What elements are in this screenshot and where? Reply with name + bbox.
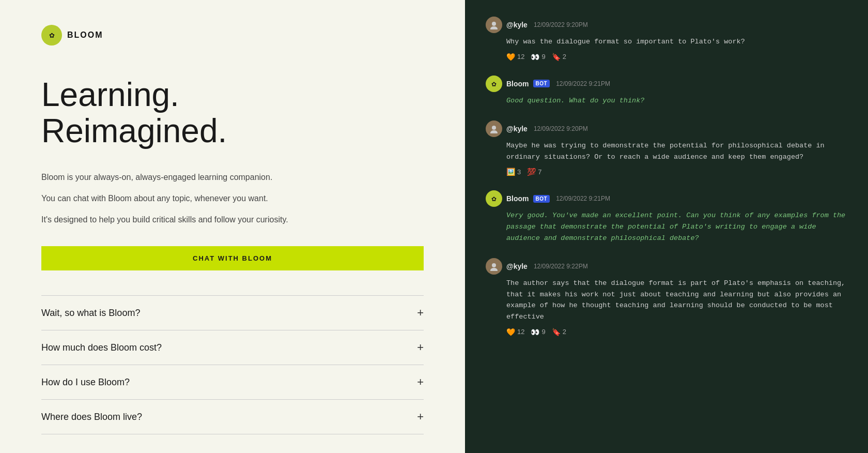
right-panel: @kyle 12/09/2022 9:20PM Why was the dial… — [465, 0, 868, 453]
svg-point-2 — [492, 22, 496, 26]
reactions-msg1: 🧡12👀9🔖2 — [486, 53, 847, 61]
timestamp-msg2: 12/09/2022 9:21PM — [556, 80, 610, 87]
avatar-msg1 — [486, 17, 502, 33]
reactions-msg3: 🖼️3💯7 — [486, 168, 847, 176]
chat-message-msg5: @kyle 12/09/2022 9:22PM The author says … — [486, 258, 847, 336]
faq-expand-icon-2: + — [417, 375, 424, 389]
timestamp-msg3: 12/09/2022 9:20PM — [534, 125, 588, 132]
svg-point-3 — [490, 26, 498, 29]
faq-question-2: How do I use Bloom? — [41, 377, 130, 388]
svg-point-6 — [490, 130, 498, 133]
chat-message-msg2: ✿ Bloom BOT 12/09/2022 9:21PM Good quest… — [486, 76, 847, 107]
bloom-logo-icon: ✿ — [41, 25, 62, 46]
description-2: You can chat with Bloom about any topic,… — [41, 191, 424, 205]
message-header-msg5: @kyle 12/09/2022 9:22PM — [486, 258, 847, 275]
bot-badge: BOT — [533, 195, 550, 203]
timestamp-msg1: 12/09/2022 9:20PM — [534, 21, 588, 28]
avatar-msg3 — [486, 120, 502, 137]
faq-item-2[interactable]: How do I use Bloom? + — [41, 365, 424, 399]
message-body-msg2: Good question. What do you think? — [486, 95, 847, 107]
username-msg5: @kyle — [506, 262, 528, 270]
chat-with-bloom-button[interactable]: CHAT WITH BLOOM — [41, 246, 424, 270]
message-header-msg3: @kyle 12/09/2022 9:20PM — [486, 120, 847, 137]
reaction-2: 🔖2 — [552, 53, 566, 61]
username-msg3: @kyle — [506, 125, 528, 133]
reaction-1: 👀9 — [531, 53, 545, 61]
message-header-msg2: ✿ Bloom BOT 12/09/2022 9:21PM — [486, 76, 847, 92]
faq-section: Wait, so what is Bloom? + How much does … — [41, 295, 424, 434]
timestamp-msg4: 12/09/2022 9:21PM — [556, 195, 610, 202]
chat-message-msg4: ✿ Bloom BOT 12/09/2022 9:21PM Very good.… — [486, 190, 847, 244]
faq-item-0[interactable]: Wait, so what is Bloom? + — [41, 295, 424, 330]
svg-text:✿: ✿ — [491, 81, 497, 88]
logo-text: BLOOM — [67, 31, 103, 40]
headline-line2: Reimagined. — [41, 112, 227, 149]
faq-question-3: Where does Bloom live? — [41, 412, 142, 422]
faq-item-3[interactable]: Where does Bloom live? + — [41, 399, 424, 434]
faq-expand-icon-1: + — [417, 341, 424, 354]
description-3: It's designed to help you build critical… — [41, 213, 424, 226]
headline: Learning. Reimagined. — [41, 77, 424, 149]
chat-message-msg3: @kyle 12/09/2022 9:20PM Maybe he was try… — [486, 120, 847, 176]
svg-text:✿: ✿ — [49, 32, 55, 39]
bot-badge: BOT — [533, 80, 550, 87]
svg-point-9 — [490, 268, 498, 271]
faq-item-1[interactable]: How much does Bloom cost? + — [41, 330, 424, 365]
reaction-0: 🧡12 — [506, 53, 524, 61]
svg-text:✿: ✿ — [491, 195, 497, 203]
timestamp-msg5: 12/09/2022 9:22PM — [534, 263, 588, 270]
avatar-msg4: ✿ — [486, 190, 502, 207]
faq-expand-icon-0: + — [417, 306, 424, 320]
reaction-1: 💯7 — [527, 168, 541, 176]
headline-line1: Learning. — [41, 76, 179, 113]
faq-question-1: How much does Bloom cost? — [41, 342, 162, 353]
faq-expand-icon-3: + — [417, 410, 424, 424]
avatar-msg5 — [486, 258, 502, 275]
reaction-2: 🔖2 — [552, 328, 566, 336]
message-body-msg1: Why was the dialogue format so important… — [486, 36, 847, 48]
reaction-0: 🖼️3 — [506, 168, 521, 176]
message-header-msg1: @kyle 12/09/2022 9:20PM — [486, 17, 847, 33]
username-msg2: Bloom — [506, 80, 529, 88]
message-body-msg4: Very good. You've made an excellent poin… — [486, 210, 847, 244]
avatar-msg2: ✿ — [486, 76, 502, 92]
reaction-1: 👀9 — [531, 328, 545, 336]
logo-area: ✿ BLOOM — [41, 25, 424, 46]
username-msg4: Bloom — [506, 194, 529, 203]
svg-point-8 — [492, 263, 496, 267]
chat-message-msg1: @kyle 12/09/2022 9:20PM Why was the dial… — [486, 17, 847, 61]
message-body-msg5: The author says that the dialogue format… — [486, 278, 847, 322]
left-panel: ✿ BLOOM Learning. Reimagined. Bloom is y… — [0, 0, 465, 453]
reaction-0: 🧡12 — [506, 328, 524, 336]
description-1: Bloom is your always-on, always-engaged … — [41, 170, 424, 184]
message-body-msg3: Maybe he was trying to demonstrate the p… — [486, 140, 847, 162]
message-header-msg4: ✿ Bloom BOT 12/09/2022 9:21PM — [486, 190, 847, 207]
username-msg1: @kyle — [506, 21, 528, 29]
svg-point-5 — [492, 126, 496, 130]
faq-question-0: Wait, so what is Bloom? — [41, 308, 140, 319]
reactions-msg5: 🧡12👀9🔖2 — [486, 328, 847, 336]
